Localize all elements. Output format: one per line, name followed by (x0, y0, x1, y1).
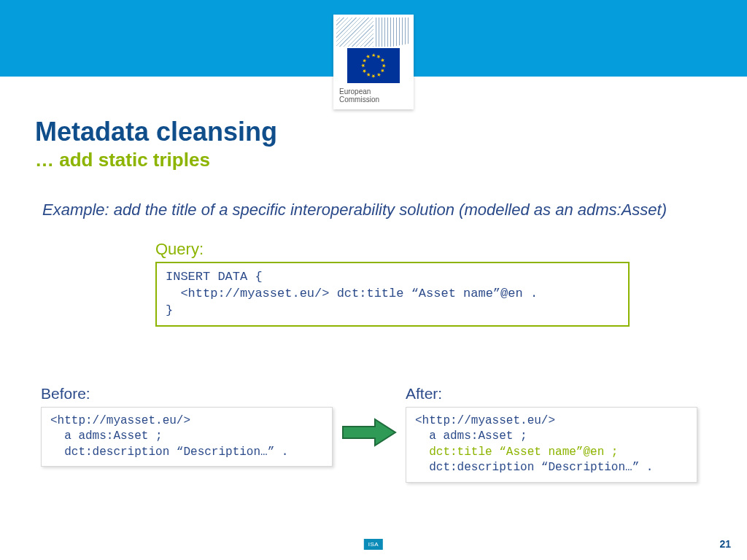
slide-title: Metadata cleansing (35, 117, 712, 147)
before-label: Before: (41, 385, 333, 402)
arrow-icon (333, 418, 406, 447)
after-panel: After: <http://myasset.eu/> a adms:Asset… (406, 385, 697, 483)
before-panel: Before: <http://myasset.eu/> a adms:Asse… (41, 385, 333, 467)
query-code-box: INSERT DATA { <http://myasset.eu/> dct:t… (155, 262, 630, 327)
slide-content: Metadata cleansing … add static triples … (0, 77, 747, 483)
example-text: Example: add the title of a specific int… (42, 199, 705, 221)
before-after-row: Before: <http://myasset.eu/> a adms:Asse… (35, 385, 712, 483)
isa-badge: ISA (364, 539, 383, 550)
svg-marker-0 (343, 419, 395, 446)
after-label: After: (406, 385, 697, 402)
after-code: <http://myasset.eu/> a adms:Asset ; dct:… (406, 407, 697, 483)
logo-lines-graphic (336, 18, 411, 47)
slide-subtitle: … add static triples (35, 149, 712, 171)
page-number: 21 (719, 538, 731, 550)
before-code: <http://myasset.eu/> a adms:Asset ; dct:… (41, 407, 333, 467)
eu-stars: ★ ★ ★ ★ ★ ★ ★ ★ ★ ★ ★ ★ (361, 53, 386, 78)
logo-text: European Commission (336, 86, 411, 106)
ec-logo: ★ ★ ★ ★ ★ ★ ★ ★ ★ ★ ★ ★ European Commiss… (333, 15, 414, 109)
eu-flag: ★ ★ ★ ★ ★ ★ ★ ★ ★ ★ ★ ★ (347, 48, 400, 83)
query-label: Query: (155, 240, 712, 259)
